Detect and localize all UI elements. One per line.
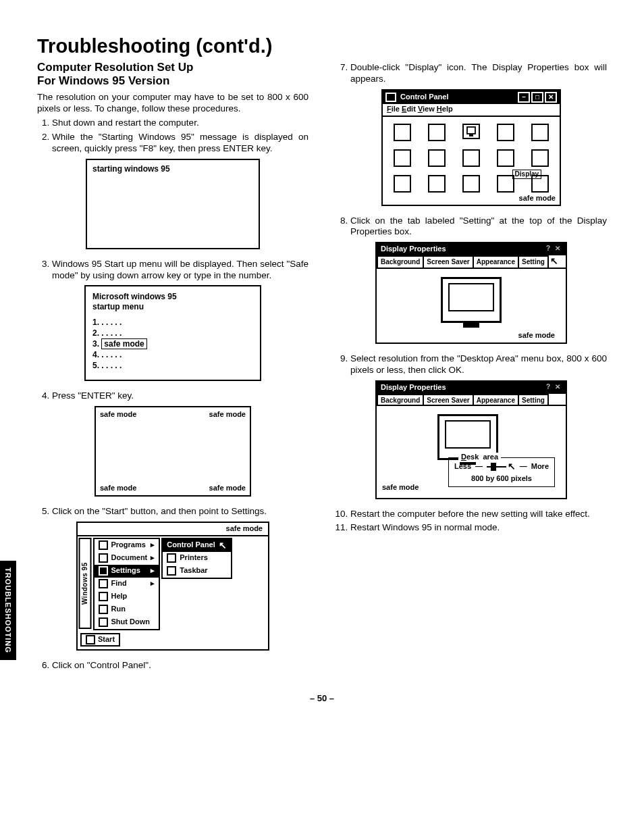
minimize-icon[interactable]: –: [518, 92, 530, 103]
resolution-slider[interactable]: Less — ↖ — More: [454, 461, 549, 473]
starting-windows-text: starting windows 95: [92, 164, 170, 174]
menu-item-settings[interactable]: Settings: [95, 565, 159, 578]
cp-title: Control Panel: [400, 93, 449, 102]
square-icon: [99, 592, 108, 601]
display-label: Display: [512, 170, 542, 180]
svg-rect-0: [467, 127, 475, 134]
find-label: Find: [111, 579, 127, 588]
intro-paragraph: The resolution on your computer may have…: [37, 92, 308, 115]
dp-window-buttons-2[interactable]: ? ✕: [546, 383, 562, 393]
windows-95-bar: Windows 95: [79, 538, 92, 629]
cursor-icon: ↖: [508, 461, 516, 473]
square-icon: [99, 579, 108, 588]
dp-title-2: Display Properties: [381, 383, 446, 393]
shutdown-label: Shut Down: [111, 617, 150, 627]
generic-icon[interactable]: [394, 124, 411, 141]
startup-menu-title2: startup menu: [92, 302, 144, 311]
startup-opt-3: 3. safe mode: [92, 339, 253, 349]
step-10: Restart the computer before the new sett…: [350, 509, 607, 520]
figure-display-properties-2: Display Properties ? ✕ Background Screen…: [375, 380, 567, 499]
generic-icon[interactable]: [531, 149, 549, 167]
figure-safe-mode-screen: safe mode safe mode safe mode safe mode: [95, 406, 251, 497]
desktop-area-box: Desk area Less — ↖ — More 800 by 600 pix…: [448, 457, 555, 486]
document-label: Document: [111, 553, 148, 563]
dp-titlebar-2: Display Properties ? ✕: [377, 382, 566, 394]
close-icon[interactable]: ✕: [545, 92, 557, 103]
safe-mode-tr: safe mode: [209, 410, 246, 420]
safe-mode-tl: safe mode: [100, 410, 136, 420]
menu-edit[interactable]: Edit: [402, 105, 416, 113]
generic-icon[interactable]: [462, 149, 480, 167]
resolution-value: 800 by 600 pixels: [454, 474, 549, 484]
generic-icon[interactable]: [497, 149, 514, 167]
tab-appearance[interactable]: Appearance: [473, 255, 519, 268]
menu-item-run[interactable]: Run: [95, 603, 159, 616]
printers-label: Printers: [180, 553, 208, 563]
step-11: Restart Windows 95 in normal mode.: [350, 522, 607, 534]
page-number: – 50 –: [37, 693, 607, 704]
menu-item-help[interactable]: Help: [95, 590, 159, 603]
generic-icon[interactable]: [497, 124, 514, 141]
cursor-icon: ↖: [219, 542, 227, 548]
submenu-control-panel[interactable]: Control Panel↖: [163, 539, 231, 552]
monitor-preview: [441, 277, 502, 323]
section-heading: Computer Resolution Set Up For Windows 9…: [37, 61, 308, 88]
safe-mode-br: safe mode: [209, 484, 246, 493]
generic-icon[interactable]: [531, 124, 549, 141]
start-button[interactable]: Start: [80, 633, 120, 647]
submenu-printers[interactable]: Printers: [163, 552, 231, 565]
menu-item-find[interactable]: Find: [95, 578, 159, 590]
run-label: Run: [111, 605, 126, 614]
tab-setting-2[interactable]: Setting: [518, 394, 549, 405]
slider-knob[interactable]: [491, 463, 496, 471]
dp-tabs: Background Screen Saver Appearance Setti…: [377, 255, 566, 269]
cp-icon-grid: Display: [383, 117, 560, 194]
square-icon: [99, 553, 108, 563]
menu-item-programs[interactable]: Programs: [95, 539, 159, 552]
generic-icon[interactable]: [394, 149, 411, 167]
startup-opt-1: 1. . . . . .: [92, 318, 253, 328]
startup-opt-3-num: 3.: [92, 339, 99, 349]
dp-tabs-2: Background Screen Saver Appearance Setti…: [377, 394, 566, 407]
heading-line1: Computer Resolution Set Up: [37, 61, 193, 74]
taskbar-label: Taskbar: [180, 566, 207, 576]
dp-titlebar: Display Properties ? ✕: [377, 243, 566, 255]
menu-item-shutdown[interactable]: Shut Down: [95, 616, 159, 629]
maximize-icon[interactable]: □: [531, 92, 543, 103]
svg-rect-1: [469, 134, 473, 136]
square-icon: [99, 617, 108, 627]
menu-help[interactable]: Help: [437, 105, 453, 113]
step-6: Click on "Control Panel".: [52, 660, 308, 672]
step-1: Shut down and restart the computer.: [52, 118, 308, 129]
startup-opt-2: 2. . . . . .: [92, 328, 253, 338]
tab-background-2[interactable]: Background: [377, 394, 424, 405]
settings-label: Settings: [111, 566, 140, 576]
start-label: Start: [98, 635, 115, 644]
help-label: Help: [111, 592, 128, 601]
menu-item-document[interactable]: Document: [95, 552, 159, 565]
safe-mode-bl: safe mode: [100, 484, 136, 493]
tab-setting[interactable]: Setting: [518, 255, 549, 268]
dp-safe-mode-left: safe mode: [382, 483, 419, 492]
square-icon: [167, 553, 176, 563]
tab-screen-saver[interactable]: Screen Saver: [423, 255, 473, 268]
control-panel-label: Control Panel: [167, 540, 215, 550]
display-icon[interactable]: [462, 124, 480, 141]
tab-appearance-2[interactable]: Appearance: [473, 394, 519, 405]
cursor-icon: ↖: [550, 255, 558, 268]
dp-window-buttons[interactable]: ? ✕: [546, 245, 562, 254]
menu-file[interactable]: File: [387, 105, 400, 113]
side-tab-troubleshooting: TROUBLESHOOTING: [0, 561, 16, 660]
generic-icon[interactable]: [428, 149, 446, 167]
generic-icon[interactable]: [428, 124, 446, 141]
menu-view[interactable]: View: [418, 105, 435, 113]
tab-screen-saver-2[interactable]: Screen Saver: [423, 394, 473, 405]
tab-background[interactable]: Background: [377, 255, 424, 268]
startup-menu-title1: Microsoft windows 95: [92, 292, 177, 301]
figure-startup-menu: Microsoft windows 95 startup menu 1. . .…: [84, 285, 261, 381]
generic-icon[interactable]: [394, 175, 411, 193]
submenu-taskbar[interactable]: Taskbar: [163, 565, 231, 578]
generic-icon[interactable]: [462, 175, 480, 193]
startup-opt-5: 5. . . . . .: [92, 361, 253, 371]
generic-icon[interactable]: [428, 175, 446, 193]
